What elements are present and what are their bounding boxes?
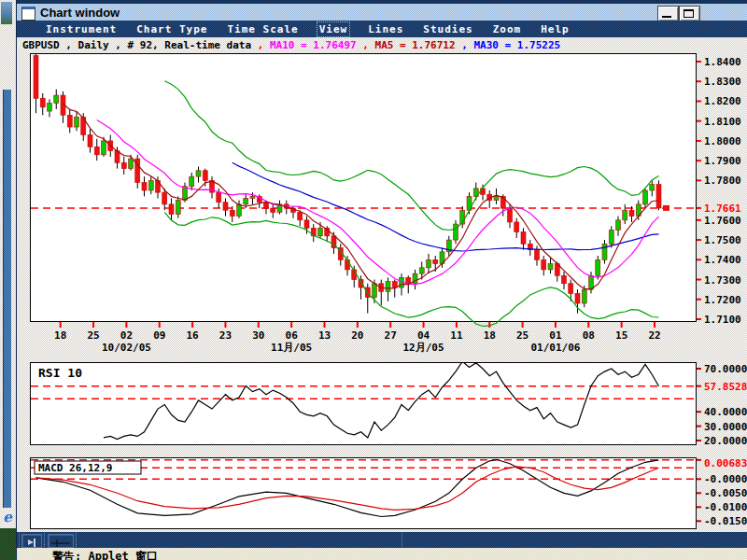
candle-body [162,192,167,204]
price-axis-label: 1.8200 [704,95,741,107]
date-axis-label: 11 [450,329,463,342]
date-axis-label: 13 [318,329,331,342]
candle-body [656,185,661,208]
background-window-edge: e [0,0,16,560]
date-axis-label: 23 [219,329,232,342]
date-axis-label: 04 [417,329,430,342]
candle-body [542,259,546,270]
candle-body [142,183,147,190]
separator: , [362,39,374,51]
date-axis-label: 01 [549,329,562,342]
date-axis-label: 18 [484,329,496,342]
rsi-chart-svg: 70.000057.852840.000030.000020.0000RSI 1… [30,362,747,445]
instrument-info: GBPUSD , Daily , # 92, Real-time data [22,39,258,51]
price-chart-svg: 1.84001.83001.82001.81001.80001.79001.78… [30,53,747,355]
bottom-toolbar [17,532,747,548]
price-axis-label: 1.7800 [704,175,741,187]
candle-body [318,228,323,235]
background-window-border [3,90,11,508]
menu-time-scale[interactable]: Time Scale [225,22,300,36]
month-axis-label: 12月/05 [402,342,444,354]
candle-body [454,224,458,240]
menu-lines[interactable]: Lines [366,22,405,36]
instrument-status-line: GBPUSD , Daily , # 92, Real-time data , … [17,37,747,51]
maximize-button[interactable] [679,6,700,21]
candle-body [54,95,59,103]
candle-body [203,171,207,181]
menu-instrument[interactable]: Instrument [44,22,119,36]
date-axis-label: 06 [286,329,299,342]
candle-body [304,220,309,228]
menu-help[interactable]: Help [539,22,571,36]
toolbar-separator [76,533,77,547]
candle-body [88,135,92,147]
candle-body [34,56,38,99]
minimize-button[interactable] [657,6,679,21]
candle-body [94,147,99,154]
candle-body [386,282,390,292]
candle-body [190,176,194,187]
candle-body [427,259,431,267]
candle-body [419,268,424,273]
candle-body [596,259,600,275]
separator: , [461,39,473,51]
price-axis-label: 1.7100 [704,314,741,326]
candle-body [129,159,134,169]
candle-body [494,196,499,200]
candle-body [264,203,269,208]
candle-body [406,277,411,283]
titlebar[interactable]: Chart window [17,4,747,21]
screen: e Chart window Instrument Chart Type Tim… [0,0,747,560]
date-axis-label: 30 [252,329,264,342]
date-axis-label: 27 [385,329,397,342]
menubar: Instrument Chart Type Time Scale View Li… [17,21,747,37]
date-axis-label: 08 [583,329,595,342]
candle-body [508,208,513,222]
candle-body [244,198,248,203]
price-chart-panel[interactable]: 1.84001.83001.82001.81001.80001.79001.78… [30,53,747,355]
menu-chart-type[interactable]: Chart Type [134,22,209,36]
candle-body [196,171,201,176]
price-axis-label: 1.7600 [704,215,741,227]
candle-body [521,232,526,245]
candle-body [75,117,79,127]
rsi-title: RSI 10 [38,366,82,380]
candle-body [298,212,303,219]
candle-body [373,284,377,298]
menu-zoom[interactable]: Zoom [491,22,524,36]
price-axis-label: 1.8400 [704,56,741,68]
candle-body [514,222,519,232]
flag-tool-button[interactable] [21,534,42,548]
ma5-value: MA5 = 1.76712 [375,39,462,51]
rsi-axis-label: 57.8528 [704,381,747,393]
window-title: Chart window [40,6,120,20]
price-axis-label: 1.8000 [704,135,741,147]
maximize-icon [684,9,694,18]
candle-body [392,282,397,287]
menu-view[interactable]: View [317,21,351,37]
trendline-tool-button[interactable] [48,534,74,548]
candle-body [433,259,438,263]
price-axis-label: 1.7500 [704,234,741,246]
candle-body [643,190,648,204]
price-axis-label: 1.7300 [704,274,741,287]
price-axis-label: 1.7661 [704,203,741,215]
candle-body [40,98,45,107]
menu-studies[interactable]: Studies [421,22,474,36]
price-axis-label: 1.7900 [704,155,741,167]
macd-chart-svg: 0.00683-0.0000-0.0050-0.0100-0.0150MACD … [30,457,747,529]
chart-window: Chart window Instrument Chart Type Time … [16,0,747,560]
candle-body [271,208,275,212]
candle-body [609,230,613,244]
rsi-panel[interactable]: 70.000057.852840.000030.000020.0000RSI 1… [30,362,747,445]
candle-body [623,210,627,220]
month-axis-label: 01/01/06 [530,342,580,354]
date-axis-label: 16 [186,329,199,342]
current-price-marker [663,205,669,211]
applet-warning-text: 警告: Applet 窗口 [52,548,747,560]
minimize-icon [662,16,671,18]
macd-panel[interactable]: 0.00683-0.0000-0.0050-0.0100-0.0150MACD … [30,457,747,529]
month-axis-label: 10/02/05 [102,342,151,354]
rsi-axis-label: 70.0000 [704,363,747,375]
price-axis-label: 1.8300 [704,76,741,88]
